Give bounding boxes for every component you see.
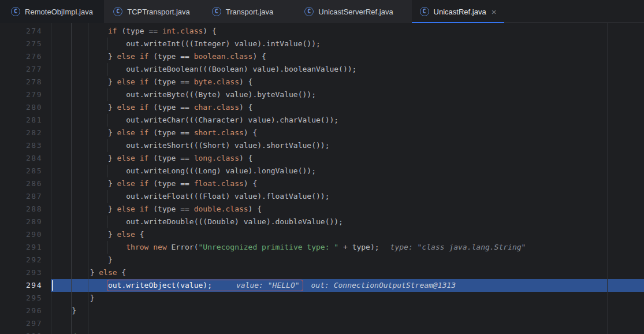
code-text[interactable]: out.writeShort(((Short) value).shortValu…	[51, 139, 644, 152]
line-number[interactable]: 295	[0, 292, 51, 305]
line-number[interactable]: 292	[0, 254, 51, 266]
line-number[interactable]: 291	[0, 241, 51, 254]
line-number[interactable]: 275	[0, 38, 51, 50]
code-segment: ) {	[239, 154, 252, 162]
code-text[interactable]: out.writeObject(value);value: "HELLO"out…	[51, 279, 644, 292]
code-text[interactable]: out.writeDouble(((Double) value).doubleV…	[51, 216, 644, 228]
code-text[interactable]	[51, 317, 644, 330]
code-line: 298/	[0, 330, 644, 334]
code-text[interactable]: throw new Error("Unrecognized primitive …	[51, 241, 644, 254]
code-text[interactable]: } else if (type == boolean.class) {	[51, 50, 644, 63]
code-segment: out.writeInt(((Integer) value).intValue(…	[126, 39, 321, 48]
line-number[interactable]: 286	[0, 177, 51, 190]
java-class-icon: C	[212, 7, 221, 16]
code-segment: /	[72, 332, 76, 334]
code-text[interactable]: if (type == int.class) {	[51, 25, 644, 38]
code-segment: }	[108, 205, 117, 213]
debugger-inline-hint: out: ConnectionOutputStream@1313	[311, 281, 456, 290]
code-line: 278} else if (type == byte.class) {	[0, 76, 644, 88]
code-segment: (type ==	[153, 154, 193, 162]
line-number[interactable]: 285	[0, 165, 51, 177]
code-text[interactable]: } else if (type == double.class) {	[51, 203, 644, 216]
code-segment: out.writeBoolean(((Boolean) value).boole…	[126, 65, 356, 73]
code-segment: ) {	[244, 179, 257, 188]
line-number[interactable]: 294	[0, 279, 51, 292]
indent-guide	[107, 38, 107, 50]
java-class-icon: C	[113, 7, 122, 16]
code-text[interactable]: out.writeBoolean(((Boolean) value).boole…	[51, 63, 644, 76]
code-segment: (type ==	[153, 179, 193, 188]
code-segment: if	[108, 27, 121, 35]
code-text[interactable]: out.writeByte(((Byte) value).byteValue()…	[51, 88, 644, 101]
line-number[interactable]: 287	[0, 190, 51, 203]
code-text[interactable]: }	[51, 292, 644, 305]
code-text[interactable]: }	[51, 254, 644, 266]
code-text[interactable]: } else if (type == char.class) {	[51, 101, 644, 114]
ide-window: CRemoteObjImpl.javaCTCPTransport.javaCTr…	[0, 0, 644, 334]
tab-unicastserverref-java[interactable]: CUnicastServerRef.java	[286, 0, 412, 23]
line-number[interactable]: 289	[0, 216, 51, 228]
code-line: 283out.writeShort(((Short) value).shortV…	[0, 139, 644, 152]
line-number[interactable]: 297	[0, 317, 51, 330]
line-number[interactable]: 278	[0, 76, 51, 88]
indent-guide	[107, 165, 107, 177]
line-number[interactable]: 284	[0, 152, 51, 165]
line-number[interactable]: 282	[0, 127, 51, 139]
code-line: 277out.writeBoolean(((Boolean) value).bo…	[0, 63, 644, 76]
tab-label: Transport.java	[226, 8, 274, 16]
line-number[interactable]: 290	[0, 228, 51, 241]
code-segment: (type ==	[121, 27, 162, 35]
tab-label: UnicastRef.java	[434, 8, 486, 16]
code-segment: out.writeByte(((Byte) value).byteValue()…	[126, 90, 316, 99]
tab-transport-java[interactable]: CTransport.java	[199, 0, 286, 23]
code-text[interactable]: } else if (type == short.class) {	[51, 127, 644, 139]
line-number[interactable]: 280	[0, 101, 51, 114]
code-text[interactable]: } else if (type == float.class) {	[51, 177, 644, 190]
line-number[interactable]: 274	[0, 25, 51, 38]
code-text[interactable]: } else if (type == byte.class) {	[51, 76, 644, 88]
line-number[interactable]: 298	[0, 330, 51, 334]
code-segment: }	[108, 128, 117, 137]
code-line: 296}	[0, 305, 644, 317]
code-segment: {	[117, 268, 126, 277]
line-number[interactable]: 283	[0, 139, 51, 152]
code-text[interactable]: out.writeFloat(((Float) value).floatValu…	[51, 190, 644, 203]
debugger-inline-hint: type: "class java.lang.String"	[390, 243, 526, 251]
line-number[interactable]: 293	[0, 266, 51, 279]
code-editor[interactable]: 274if (type == int.class) {275out.writeI…	[0, 23, 644, 334]
text-caret	[52, 280, 53, 291]
code-text[interactable]: /	[51, 330, 644, 334]
code-segment: byte.class	[194, 77, 239, 86]
code-text[interactable]: } else {	[51, 266, 644, 279]
code-segment: boolean.class	[194, 52, 253, 61]
close-icon[interactable]: ×	[492, 8, 497, 16]
code-segment: else	[99, 268, 117, 277]
code-line: 279out.writeByte(((Byte) value).byteValu…	[0, 88, 644, 101]
code-segment: out.writeObject(value);	[108, 281, 212, 290]
code-text[interactable]: out.writeChar(((Character) value).charVa…	[51, 114, 644, 127]
tab-remoteobjimpl-java[interactable]: CRemoteObjImpl.java	[0, 0, 104, 23]
line-number[interactable]: 281	[0, 114, 51, 127]
line-number[interactable]: 296	[0, 305, 51, 317]
line-number[interactable]: 288	[0, 203, 51, 216]
code-segment: else if	[117, 205, 154, 213]
line-number[interactable]: 276	[0, 50, 51, 63]
code-line: 280} else if (type == char.class) {	[0, 101, 644, 114]
indent-guide	[107, 190, 107, 203]
code-line: 289out.writeDouble(((Double) value).doub…	[0, 216, 644, 228]
code-text[interactable]: }	[51, 305, 644, 317]
code-segment: double.class	[194, 205, 248, 213]
code-segment: }	[108, 52, 117, 61]
code-text[interactable]: } else if (type == long.class) {	[51, 152, 644, 165]
indent-guide	[107, 139, 107, 152]
code-text[interactable]: } else {	[51, 228, 644, 241]
code-segment: (type ==	[153, 205, 193, 213]
code-text[interactable]: out.writeLong(((Long) value).longValue()…	[51, 165, 644, 177]
tab-unicastref-java[interactable]: CUnicastRef.java×	[412, 0, 504, 23]
tab-tcptransport-java[interactable]: CTCPTransport.java	[104, 0, 199, 23]
line-number[interactable]: 279	[0, 88, 51, 101]
code-text[interactable]: out.writeInt(((Integer) value).intValue(…	[51, 38, 644, 50]
code-segment: char.class	[194, 103, 239, 112]
line-number[interactable]: 277	[0, 63, 51, 76]
code-segment: (type ==	[153, 128, 193, 137]
